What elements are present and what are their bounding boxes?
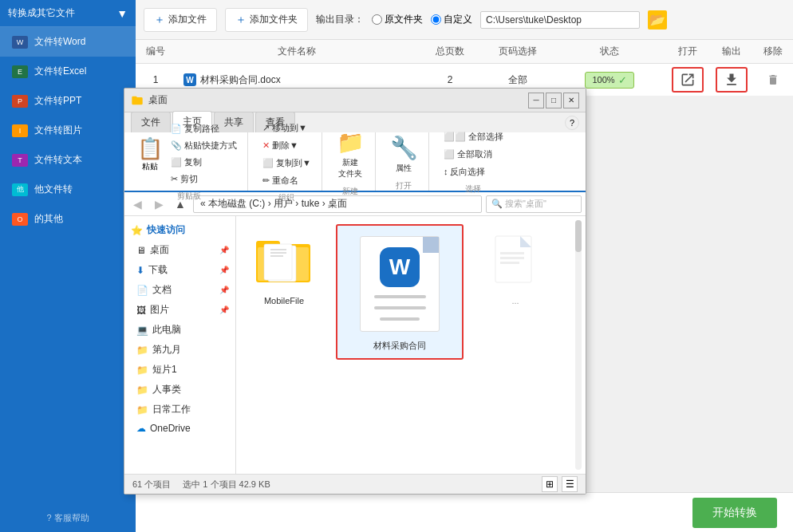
search-box[interactable]: 🔍 搜索"桌面" <box>486 195 582 213</box>
start-convert-button[interactable]: 开始转换 <box>692 498 777 528</box>
select-btns: ⬜⬜ 全部选择 ⬜ 全部取消 ↕ 反向选择 <box>440 129 507 179</box>
back-button[interactable]: ◀ <box>128 195 146 213</box>
select-all-button[interactable]: ⬜⬜ 全部选择 <box>440 129 507 144</box>
paste-shortcut-label: 粘贴快捷方式 <box>184 140 237 152</box>
desktop-icon: 🖥 <box>136 245 146 256</box>
misc-icon: O <box>12 213 28 226</box>
export-button[interactable] <box>716 67 748 93</box>
sidebar-item-word-label: 文件转Word <box>34 35 85 49</box>
svg-rect-7 <box>270 255 283 257</box>
close-button[interactable]: ✕ <box>563 93 579 108</box>
scrollbar-thumb[interactable] <box>575 220 582 252</box>
file-item-extra[interactable]: ... <box>475 224 555 360</box>
copy-to-button[interactable]: ⬜ 复制到▼ <box>258 156 315 171</box>
nav-item-pc[interactable]: 💻 此电脑 <box>124 320 235 340</box>
svg-rect-11 <box>500 257 524 259</box>
doc-line-1 <box>374 295 426 298</box>
properties-button[interactable]: 🔧 属性 <box>386 132 422 176</box>
search-placeholder: 搜索"桌面" <box>505 198 546 210</box>
help-button[interactable]: ? 客服帮助 <box>46 512 89 524</box>
add-folder-icon: ＋ <box>235 13 247 27</box>
copy-to-icon: ⬜ <box>262 158 274 168</box>
new-folder-button[interactable]: 📁 新建文件夹 <box>333 127 369 182</box>
extra-file-icon <box>487 228 543 292</box>
folder1-icon: 📁 <box>136 345 148 356</box>
file-grid-items: MobileFile W 材料采购合同 <box>244 224 578 360</box>
sidebar-item-other-label: 他文件转 <box>34 183 73 196</box>
file-grid: MobileFile W 材料采购合同 <box>236 216 586 474</box>
nav-item-docs[interactable]: 📄 文档 📌 <box>124 280 235 300</box>
sidebar-item-excel[interactable]: E 文件转Excel <box>0 57 136 86</box>
sidebar-header[interactable]: 转换成其它文件 ▼ <box>0 0 136 27</box>
sidebar-item-ppt[interactable]: P 文件转PPT <box>0 86 136 116</box>
radio-custom-input[interactable] <box>431 14 441 25</box>
file-type-icon: W <box>183 73 196 86</box>
deselect-button[interactable]: ⬜ 全部取消 <box>440 147 507 162</box>
nav-item-onedrive[interactable]: ☁ OneDrive <box>124 420 235 437</box>
remove-button[interactable] <box>761 68 785 92</box>
output-path-input[interactable] <box>480 11 640 29</box>
radio-original[interactable]: 原文件夹 <box>372 13 423 26</box>
grid-view-button[interactable]: ⊞ <box>542 476 558 492</box>
forward-button[interactable]: ▶ <box>150 195 168 213</box>
minimize-button[interactable]: ─ <box>528 93 544 108</box>
browse-folder-button[interactable]: 📂 <box>648 10 667 30</box>
sidebar-item-text[interactable]: T 文件转文本 <box>0 145 136 175</box>
open-button[interactable] <box>672 67 704 93</box>
docs-icon: 📄 <box>136 285 148 296</box>
doc-background: W <box>360 236 440 332</box>
paste-shortcut-icon: 📎 <box>171 140 182 151</box>
scissors-icon: ✂ <box>171 174 178 184</box>
paste-shortcut-button[interactable]: 📎 粘贴快捷方式 <box>167 138 241 153</box>
radio-original-input[interactable] <box>372 14 382 25</box>
header-open: 打开 <box>665 45 709 58</box>
scrollbar-track <box>575 220 582 470</box>
pdf-toolbar: ＋ 添加文件 ＋ 添加文件夹 输出目录： 原文件夹 自定义 📂 <box>136 0 793 40</box>
radio-custom[interactable]: 自定义 <box>431 13 472 26</box>
help-circle-button[interactable]: ? <box>565 116 579 130</box>
file-item-word-doc[interactable]: W 材料采购合同 <box>336 224 464 360</box>
nav-item-desktop[interactable]: 🖥 桌面 📌 <box>124 240 235 260</box>
sidebar-item-other[interactable]: 他 他文件转 <box>0 175 136 204</box>
add-folder-button[interactable]: ＋ 添加文件夹 <box>225 8 308 32</box>
quick-access-icon: ⭐ <box>131 225 143 236</box>
nav-item-folder2[interactable]: 📁 短片1 <box>124 360 235 380</box>
copy-path-button[interactable]: 📄 复制路径 <box>167 121 241 136</box>
select-group-title: 选择 <box>465 183 481 195</box>
ribbon-group-new: 📁 新建文件夹 新建 <box>326 132 376 191</box>
explorer-status-bar: 61 个项目 选中 1 个项目 42.9 KB ⊞ ☰ <box>124 474 586 494</box>
nav-item-quick-access[interactable]: ⭐ 快速访问 <box>124 220 235 240</box>
sidebar-item-image[interactable]: I 文件转图片 <box>0 116 136 145</box>
rename-button[interactable]: ✏ 重命名 <box>258 173 315 188</box>
list-view-button[interactable]: ☰ <box>562 476 578 492</box>
address-bar: ◀ ▶ ▲ « 本地磁盘 (C:) › 用户 › tuke › 桌面 🔍 搜索"… <box>124 192 586 216</box>
nav-item-folder3[interactable]: 📁 人事类 <box>124 380 235 400</box>
text-icon: T <box>12 154 28 167</box>
sidebar-item-word[interactable]: W 文件转Word <box>0 27 136 57</box>
folder-icon: 📂 <box>649 12 665 27</box>
cell-name: W 材料采购合同.docx <box>176 73 418 87</box>
explorer-window-icon <box>131 94 144 107</box>
nav-item-folder1[interactable]: 📁 第九月 <box>124 340 235 360</box>
invert-button[interactable]: ↕ 反向选择 <box>440 164 507 179</box>
add-file-button[interactable]: ＋ 添加文件 <box>144 8 217 32</box>
doc-line-3 <box>380 317 420 321</box>
address-path[interactable]: « 本地磁盘 (C:) › 用户 › tuke › 桌面 <box>193 195 482 213</box>
move-to-button[interactable]: ↗ 移动到▼ <box>258 120 315 136</box>
cut-button[interactable]: ✂ 剪切 <box>167 171 241 187</box>
pictures-icon: 🖼 <box>136 305 146 316</box>
add-folder-label: 添加文件夹 <box>250 13 298 26</box>
sidebar-item-misc[interactable]: O 的其他 <box>0 204 136 234</box>
file-item-mobilefile[interactable]: MobileFile <box>244 224 324 360</box>
paste-button[interactable]: 📋 粘贴 <box>137 136 163 172</box>
ribbon-bar: 📋 粘贴 📄 复制路径 📎 粘贴快捷方式 ⬜ 复制 <box>124 132 586 192</box>
nav-item-pictures[interactable]: 🖼 图片 📌 <box>124 300 235 320</box>
delete-button[interactable]: ✕ 删除▼ <box>258 138 315 153</box>
restore-button[interactable]: □ <box>546 93 562 108</box>
nav-item-folder4[interactable]: 📁 日常工作 <box>124 400 235 420</box>
pin-icon4: 📌 <box>219 305 229 314</box>
up-button[interactable]: ▲ <box>172 195 189 213</box>
copy-button[interactable]: ⬜ 复制 <box>167 155 241 170</box>
nav-item-downloads[interactable]: ⬇ 下载 📌 <box>124 260 235 280</box>
status-info: 61 个项目 选中 1 个项目 42.9 KB <box>132 479 270 491</box>
